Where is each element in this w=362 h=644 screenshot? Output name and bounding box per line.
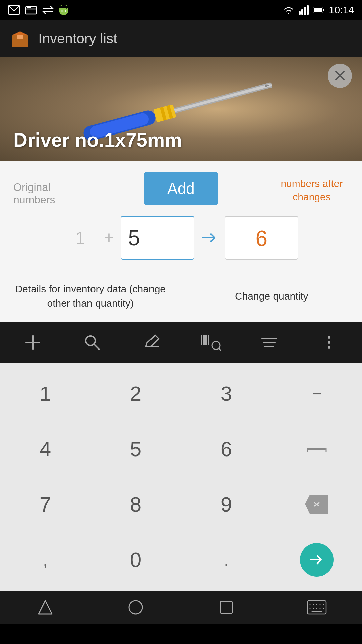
key-space[interactable]	[272, 421, 362, 477]
svg-rect-53	[307, 448, 326, 450]
wifi-icon	[283, 5, 295, 15]
android-icon	[59, 5, 68, 15]
recents-icon	[219, 600, 234, 615]
toolbar	[0, 322, 362, 363]
product-name: Driver no.1x75mm	[13, 128, 182, 151]
svg-marker-59	[39, 601, 52, 614]
keyboard-row-3: 7 8 9	[0, 477, 362, 532]
signal-icon	[299, 5, 309, 15]
svg-line-7	[60, 5, 62, 6]
key-2[interactable]: 2	[90, 366, 181, 421]
search-toolbar-button[interactable]	[75, 329, 109, 356]
back-button[interactable]	[25, 596, 65, 619]
svg-rect-39	[201, 335, 202, 345]
key-6[interactable]: 6	[181, 421, 272, 477]
transfer-icon	[42, 5, 54, 15]
svg-line-36	[94, 344, 99, 350]
key-period[interactable]: .	[181, 532, 272, 587]
add-icon	[24, 334, 41, 351]
quantity-controls: Original numbers Add numbers after chang…	[13, 171, 349, 206]
original-number: 1	[64, 228, 97, 248]
quantity-row: 1 + 6	[13, 209, 349, 270]
enter-container	[272, 532, 362, 587]
app-bar: Inventory list	[0, 20, 362, 57]
change-quantity-button[interactable]: Change quantity	[181, 270, 362, 322]
recents-button[interactable]	[206, 596, 246, 619]
key-comma[interactable]: ,	[0, 532, 90, 587]
barcode-search-button[interactable]	[194, 329, 227, 356]
key-delete[interactable]	[272, 477, 362, 532]
home-icon	[127, 599, 144, 616]
keyboard-row-2: 4 5 6	[0, 421, 362, 477]
status-bar: 10:14	[0, 0, 362, 20]
keyboard-row-1: 1 2 3 −	[0, 366, 362, 421]
plus-sign: +	[104, 228, 114, 248]
svg-rect-17	[323, 9, 324, 11]
add-button[interactable]: Add	[144, 172, 218, 205]
key-7[interactable]: 7	[0, 477, 90, 532]
email-icon	[8, 5, 20, 15]
menu-lines-icon	[261, 336, 278, 349]
svg-rect-61	[220, 601, 232, 613]
close-button[interactable]	[328, 64, 352, 88]
svg-rect-40	[203, 335, 204, 345]
details-button[interactable]: Details for inventory data (change other…	[0, 270, 181, 322]
barcode-search-icon	[200, 334, 221, 351]
svg-point-50	[328, 336, 330, 339]
original-label: Original numbers	[13, 171, 87, 206]
svg-rect-13	[304, 7, 306, 15]
product-image-header: Driver no.1x75mm	[0, 57, 362, 161]
keyboard-icon	[307, 600, 327, 615]
svg-rect-62	[307, 601, 326, 614]
key-4[interactable]: 4	[0, 421, 90, 477]
svg-line-8	[66, 5, 67, 6]
status-icons-left	[8, 5, 68, 15]
svg-rect-12	[301, 9, 303, 15]
svg-rect-41	[204, 335, 206, 345]
battery-icon	[313, 6, 325, 14]
key-enter[interactable]	[300, 543, 334, 577]
key-9[interactable]: 9	[181, 477, 272, 532]
key-0[interactable]: 0	[90, 532, 181, 587]
svg-rect-43	[208, 335, 209, 345]
browser-icon	[25, 5, 37, 15]
back-icon	[37, 599, 54, 616]
svg-point-51	[328, 341, 330, 344]
svg-point-60	[129, 601, 142, 614]
key-minus[interactable]: −	[272, 366, 362, 421]
quantity-input[interactable]	[121, 216, 194, 260]
home-button[interactable]	[116, 596, 156, 619]
edit-toolbar-button[interactable]	[135, 329, 168, 356]
svg-rect-44	[210, 335, 210, 345]
svg-point-5	[61, 10, 63, 12]
add-button-container: Add	[144, 172, 218, 205]
key-3[interactable]: 3	[181, 366, 272, 421]
svg-rect-9	[59, 8, 61, 12]
svg-rect-10	[67, 8, 68, 12]
add-toolbar-button[interactable]	[16, 329, 50, 356]
result-box: 6	[225, 216, 298, 260]
svg-rect-42	[206, 335, 207, 345]
more-icon	[326, 334, 333, 351]
key-8[interactable]: 8	[90, 477, 181, 532]
filter-button[interactable]	[253, 329, 287, 356]
more-button[interactable]	[312, 329, 346, 356]
svg-point-6	[65, 10, 66, 12]
time-display: 10:14	[329, 4, 354, 16]
box-icon	[10, 29, 30, 49]
key-5[interactable]: 5	[90, 421, 181, 477]
keyboard-button[interactable]	[297, 596, 337, 619]
svg-point-52	[328, 346, 330, 349]
svg-rect-11	[299, 11, 301, 15]
keyboard-row-4: , 0 .	[0, 532, 362, 587]
key-1[interactable]: 1	[0, 366, 90, 421]
status-icons-right: 10:14	[283, 4, 354, 16]
search-icon	[84, 334, 101, 351]
svg-marker-37	[146, 335, 159, 347]
keyboard: 1 2 3 − 4 5 6 7 8 9	[0, 363, 362, 591]
delete-icon	[305, 495, 328, 514]
svg-line-46	[219, 348, 221, 351]
svg-rect-14	[307, 5, 309, 15]
bottom-buttons: Details for inventory data (change other…	[0, 270, 362, 322]
edit-icon	[143, 334, 160, 351]
